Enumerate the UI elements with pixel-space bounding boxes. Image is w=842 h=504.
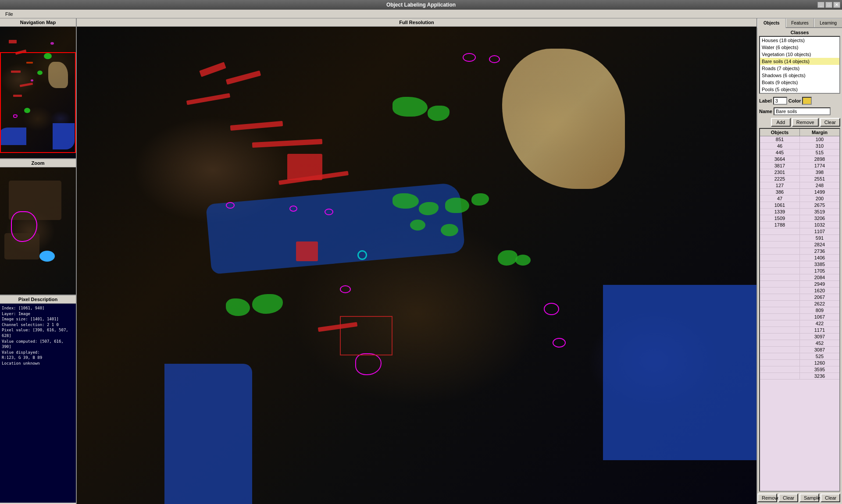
class-vegetation[interactable]: Vegetation (10 objects) — [760, 51, 839, 58]
tab-features[interactable]: Features — [786, 18, 814, 27]
objects-table-body[interactable]: 851 100 46 310 445 515 3664 2898 3817 17… — [760, 136, 839, 491]
nav-map-area[interactable] — [0, 27, 76, 158]
zoom-pool — [39, 251, 55, 262]
maximize-button[interactable]: □ — [825, 2, 832, 8]
mag-4 — [289, 206, 297, 212]
class-houses[interactable]: Houses (18 objects) — [760, 37, 839, 44]
table-row[interactable]: 1705 — [760, 268, 839, 274]
obj-cell-margin: 200 — [800, 195, 839, 202]
obj-cell-objects: 46 — [760, 143, 800, 149]
table-row[interactable]: 3595 — [760, 366, 839, 373]
table-row[interactable]: 1406 — [760, 255, 839, 261]
classes-list[interactable]: Houses (18 objects) Water (6 objects) Ve… — [759, 36, 840, 94]
mag-5 — [325, 209, 333, 215]
green-9 — [226, 298, 250, 316]
tab-objects[interactable]: Objects — [757, 18, 786, 28]
tab-learning[interactable]: Learning — [814, 18, 842, 27]
obj-cell-objects — [760, 235, 800, 241]
table-row[interactable]: 1509 3206 — [760, 215, 839, 222]
bottom-clear1-button[interactable]: Clear — [778, 493, 798, 502]
nav-mag-1 — [50, 42, 54, 45]
green-12 — [515, 255, 531, 266]
mag-3 — [226, 202, 235, 209]
obj-cell-margin: 1171 — [800, 327, 839, 333]
obj-cell-objects: 127 — [760, 182, 800, 188]
obj-cell-objects — [760, 307, 800, 313]
bottom-sample-button[interactable]: Sample — [799, 493, 819, 502]
obj-cell-margin: 2084 — [800, 274, 839, 280]
obj-cell-margin: 1067 — [800, 314, 839, 320]
table-row[interactable]: 386 1499 — [760, 189, 839, 195]
name-input[interactable] — [774, 107, 831, 115]
water-right — [603, 285, 756, 460]
table-row[interactable]: 2301 398 — [760, 169, 839, 176]
obj-cell-objects — [760, 320, 800, 327]
bottom-btn-row: Remove Clear Sample Clear — [759, 493, 840, 502]
minimize-button[interactable]: _ — [817, 2, 824, 8]
obj-cell-margin: 1107 — [800, 228, 839, 234]
table-row[interactable]: 2084 — [760, 274, 839, 281]
table-row[interactable]: 2622 — [760, 301, 839, 307]
title-bar: Object Labeling Application _ □ ✕ — [0, 0, 842, 10]
class-pools[interactable]: Pools (5 objects) — [760, 86, 839, 93]
class-bare-soils[interactable]: Bare soils (14 objects) — [760, 58, 839, 65]
bottom-clear2-button[interactable]: Clear — [821, 493, 840, 502]
table-row[interactable]: 851 100 — [760, 136, 839, 143]
table-row[interactable]: 47 200 — [760, 195, 839, 202]
table-row[interactable]: 1171 — [760, 327, 839, 334]
table-row[interactable]: 2736 — [760, 248, 839, 255]
table-row[interactable]: 1339 3519 — [760, 209, 839, 215]
obj-cell-objects — [760, 334, 800, 340]
table-row[interactable]: 1067 — [760, 314, 839, 320]
table-row[interactable]: 1788 1032 — [760, 222, 839, 228]
label-input[interactable] — [773, 97, 787, 105]
table-row[interactable]: 525 — [760, 353, 839, 360]
table-row[interactable]: 445 515 — [760, 149, 839, 156]
bottom-remove-button[interactable]: Remove — [757, 493, 777, 502]
table-row[interactable]: 3664 2898 — [760, 156, 839, 163]
add-button[interactable]: Add — [771, 118, 791, 127]
color-swatch[interactable] — [802, 97, 812, 105]
table-row[interactable]: 422 — [760, 320, 839, 327]
objects-table-header: Objects Margin — [760, 129, 839, 136]
table-row[interactable]: 3236 — [760, 373, 839, 380]
obj-cell-margin: 525 — [800, 353, 839, 359]
obj-cell-objects — [760, 268, 800, 274]
mag-6 — [340, 285, 351, 293]
table-row[interactable]: 3087 — [760, 347, 839, 353]
table-row[interactable]: 46 310 — [760, 143, 839, 149]
name-field-label: Name — [759, 109, 772, 114]
obj-cell-margin: 809 — [800, 307, 839, 313]
table-row[interactable]: 1061 2675 — [760, 202, 839, 209]
table-row[interactable]: 2824 — [760, 241, 839, 248]
table-row[interactable]: 3385 — [760, 261, 839, 268]
red-mark-8 — [296, 241, 318, 261]
mag-2 — [489, 55, 500, 63]
close-button[interactable]: ✕ — [833, 2, 840, 8]
table-row[interactable]: 591 — [760, 235, 839, 241]
obj-cell-margin: 1620 — [800, 287, 839, 294]
table-row[interactable]: 809 — [760, 307, 839, 314]
table-row[interactable]: 1620 — [760, 287, 839, 294]
remove-button[interactable]: Remove — [792, 118, 819, 127]
class-shadows[interactable]: Shadows (6 objects) — [760, 72, 839, 79]
mag-1 — [463, 53, 476, 62]
table-row[interactable]: 2067 — [760, 294, 839, 301]
clear-button[interactable]: Clear — [820, 118, 840, 127]
classes-label: Classes — [757, 28, 842, 36]
table-row[interactable]: 3817 1774 — [760, 163, 839, 169]
obj-cell-margin: 422 — [800, 320, 839, 327]
table-row[interactable]: 127 248 — [760, 182, 839, 189]
table-row[interactable]: 2225 2551 — [760, 176, 839, 182]
table-row[interactable]: 2949 — [760, 281, 839, 287]
map-canvas[interactable] — [77, 27, 756, 504]
file-menu[interactable]: File — [2, 11, 17, 18]
zoom-area[interactable] — [0, 167, 76, 295]
table-row[interactable]: 1107 — [760, 228, 839, 235]
table-row[interactable]: 1260 — [760, 360, 839, 366]
class-water[interactable]: Water (6 objects) — [760, 44, 839, 51]
table-row[interactable]: 452 — [760, 340, 839, 347]
class-roads[interactable]: Roads (7 objects) — [760, 65, 839, 72]
class-boats[interactable]: Boats (9 objects) — [760, 79, 839, 86]
table-row[interactable]: 3097 — [760, 334, 839, 340]
